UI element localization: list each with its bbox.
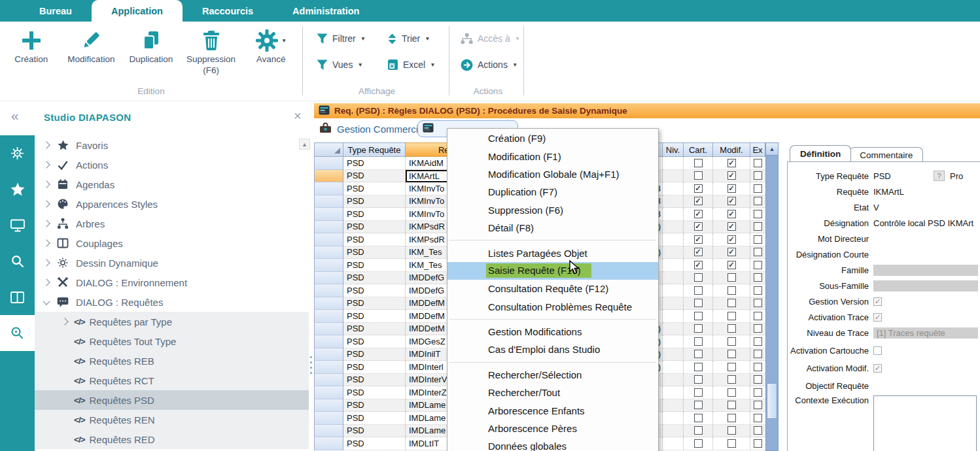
tree-item[interactable]: Arbres <box>35 214 309 233</box>
row-selector[interactable] <box>314 323 343 336</box>
close-panel-button[interactable]: × <box>294 109 302 124</box>
checkbox-icon[interactable] <box>727 350 736 358</box>
chevron-right-icon[interactable] <box>43 220 50 227</box>
cell-type-requete[interactable]: PSD <box>343 399 406 412</box>
cell-cart[interactable] <box>684 157 713 170</box>
cell-modif[interactable] <box>713 425 750 438</box>
ribbon-tab-administration[interactable]: Administration <box>273 0 379 22</box>
cell-modif[interactable]: ✓ <box>713 259 750 272</box>
button-duplicate[interactable]: Duplication <box>121 22 181 76</box>
tree-item[interactable]: DIALOG : Requêtes <box>35 292 309 312</box>
tree-subitem[interactable]: </>Requêtes REN <box>35 410 309 429</box>
cell-modif[interactable] <box>713 437 750 450</box>
cell-type-requete[interactable]: PSD <box>343 361 406 374</box>
checkbox-icon[interactable] <box>873 346 882 355</box>
checkbox-icon[interactable] <box>754 273 762 282</box>
checkbox-icon[interactable] <box>754 159 762 167</box>
scroll-up-button[interactable]: ▲ <box>766 143 778 156</box>
checkbox-icon[interactable] <box>754 261 762 269</box>
rail-item-star[interactable] <box>0 171 35 207</box>
cell-ex[interactable] <box>750 374 765 387</box>
context-menu-item[interactable]: Gestion Modifications <box>447 323 658 341</box>
cell-modif[interactable] <box>713 335 750 348</box>
cell-ex[interactable] <box>750 310 765 323</box>
checkbox-icon[interactable] <box>754 222 762 231</box>
checkbox-icon[interactable] <box>754 363 762 371</box>
checkbox-icon[interactable] <box>727 286 736 295</box>
column-header-niv[interactable]: Niv. <box>663 142 684 157</box>
context-menu-item[interactable]: Listes Partagées Objet <box>447 244 658 261</box>
cell-type-requete[interactable]: PSD <box>343 182 406 195</box>
checkbox-icon[interactable]: ✓ <box>727 171 736 180</box>
row-selector[interactable] <box>314 259 343 272</box>
checkbox-icon[interactable]: ✓ <box>694 197 703 205</box>
cell-cart[interactable] <box>684 399 713 412</box>
cell-niv[interactable] <box>663 284 684 297</box>
button-trash[interactable]: Suppression (F6) <box>181 22 241 76</box>
cell-ex[interactable] <box>750 195 765 209</box>
context-menu-item[interactable]: Cas d'Emploi dans Studio <box>447 341 658 358</box>
context-menu-item[interactable]: Consultation Requête (F12) <box>447 280 658 297</box>
checkbox-icon[interactable] <box>754 184 762 193</box>
cell-type-requete[interactable]: PSD <box>343 425 406 438</box>
cell-niv[interactable] <box>663 246 684 259</box>
context-menu-item[interactable]: Arborescence Pères <box>447 420 658 437</box>
rail-item-helm[interactable] <box>0 135 35 171</box>
context-menu-item[interactable]: Suppression (F6) <box>447 201 658 219</box>
button-vues[interactable]: Vues▼ <box>317 56 387 73</box>
row-selector[interactable] <box>314 170 343 183</box>
checkbox-icon[interactable] <box>754 401 762 409</box>
table-scrollbar[interactable]: ▲ <box>765 142 779 451</box>
cell-type-requete[interactable]: PSD <box>343 335 406 348</box>
cell-type-requete[interactable]: PSD <box>343 170 406 183</box>
checkbox-icon[interactable] <box>754 286 762 295</box>
cell-cart[interactable] <box>684 374 713 387</box>
checkbox-icon[interactable] <box>694 312 703 320</box>
cell-cart[interactable]: ✓ <box>684 182 713 195</box>
rail-item-monitor[interactable] <box>0 207 35 243</box>
cell-ex[interactable] <box>750 425 765 438</box>
contexte-execution-textarea[interactable] <box>873 395 977 451</box>
cell-niv[interactable] <box>663 259 684 272</box>
cell-modif[interactable]: ✓ <box>713 233 750 246</box>
cell-type-requete[interactable]: PSD <box>343 259 406 272</box>
cell-modif[interactable]: ✓ <box>713 208 750 221</box>
row-selector[interactable] <box>314 182 343 195</box>
checkbox-icon[interactable] <box>694 388 703 397</box>
cell-cart[interactable] <box>684 272 713 285</box>
cell-modif[interactable] <box>713 284 750 297</box>
cell-modif[interactable] <box>713 310 750 323</box>
cell-modif[interactable]: ✓ <box>713 182 750 195</box>
tree-subitem[interactable]: </>Requêtes PSD <box>35 390 309 410</box>
checkbox-icon[interactable] <box>694 299 703 307</box>
cell-type-requete[interactable]: PSD <box>343 208 406 221</box>
row-selector[interactable] <box>314 221 343 234</box>
cell-niv[interactable] <box>663 310 684 323</box>
chevron-right-icon[interactable] <box>43 141 50 148</box>
splitter-handle[interactable] <box>310 356 312 374</box>
cell-cart[interactable] <box>684 284 713 297</box>
button-plus[interactable]: Création <box>1 22 61 76</box>
checkbox-icon[interactable] <box>694 337 703 346</box>
checkbox-icon[interactable] <box>754 299 762 307</box>
cell-cart[interactable] <box>684 386 713 399</box>
checkbox-icon[interactable] <box>694 414 703 422</box>
row-selector[interactable] <box>314 310 343 323</box>
cell-niv[interactable] <box>663 374 684 387</box>
button-pencil[interactable]: Modification <box>61 22 122 76</box>
button-actions[interactable]: Actions▼ <box>461 56 522 73</box>
checkbox-icon[interactable]: ✓ <box>694 235 703 244</box>
tree-item[interactable]: Favoris <box>35 135 309 155</box>
ribbon-tab-bureau[interactable]: Bureau <box>20 0 92 22</box>
rail-item-panels[interactable] <box>0 279 35 315</box>
cell-niv[interactable] <box>663 437 684 450</box>
checkbox-icon[interactable] <box>754 388 762 397</box>
row-selector[interactable] <box>314 437 343 450</box>
cell-cart[interactable] <box>684 297 713 310</box>
column-header-ex[interactable]: Ex <box>750 142 765 157</box>
button-trier[interactable]: Trier▼ <box>387 30 454 47</box>
checkbox-icon[interactable] <box>727 312 736 320</box>
context-menu-item[interactable]: Détail (F8) <box>447 219 658 237</box>
cell-modif[interactable] <box>713 272 750 285</box>
checkbox-icon[interactable] <box>727 299 736 307</box>
